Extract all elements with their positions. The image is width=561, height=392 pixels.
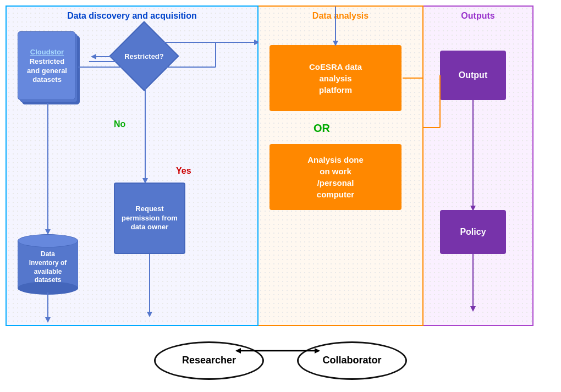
panel-analysis-title: Data analysis <box>258 7 422 25</box>
coesra-box: CoESRA dataanalysisplatform <box>270 45 402 111</box>
policy-box: Policy <box>440 210 506 254</box>
output-box: Output <box>440 51 506 100</box>
panel-discovery: Data discovery and acquisition Cloudstor… <box>6 5 258 326</box>
cloudstor-stack: Cloudstor Restrictedand generaldatasets <box>18 31 78 103</box>
bottom-arrows <box>6 326 556 387</box>
svg-marker-27 <box>470 306 476 312</box>
diamond-container: Restricted? <box>111 31 177 81</box>
cloudstor-label: Cloudstor <box>30 48 64 57</box>
cloudstor-sublabel: Restrictedand generaldatasets <box>27 57 67 85</box>
svg-marker-15 <box>147 312 152 317</box>
svg-marker-17 <box>91 54 96 59</box>
researcher-label: Researcher <box>182 355 236 366</box>
bottom-section: Researcher Collaborator <box>6 326 556 387</box>
collaborator-label: Collaborator <box>322 355 381 366</box>
or-label: OR <box>314 122 330 135</box>
analysis-done-box: Analysis doneon work/personalcomputer <box>270 144 402 210</box>
diamond-label: Restricted? <box>111 31 177 81</box>
doc-card-front: Cloudstor Restrictedand generaldatasets <box>18 31 75 100</box>
request-permission-box: Request permission from data owner <box>114 183 185 254</box>
cylinder-text: DataInventory ofavailabledatasets <box>18 244 78 291</box>
collaborator-ellipse: Collaborator <box>297 341 407 380</box>
svg-marker-3 <box>45 317 51 323</box>
cylinder: DataInventory ofavailabledatasets <box>18 234 78 295</box>
main-container: Data discovery and acquisition Cloudstor… <box>6 5 556 387</box>
cloudstor-text: Cloudstor Restrictedand generaldatasets <box>18 32 76 101</box>
yes-label: Yes <box>176 166 191 176</box>
panel-outputs: Outputs Output Policy <box>424 5 534 326</box>
panels: Data discovery and acquisition Cloudstor… <box>6 5 556 326</box>
panel-discovery-title: Data discovery and acquisition <box>7 7 257 25</box>
panel-analysis: Data analysis CoESRA dataanalysisplatfor… <box>258 5 424 326</box>
no-label: No <box>114 119 125 129</box>
panel-outputs-title: Outputs <box>424 7 532 25</box>
researcher-ellipse: Researcher <box>154 341 264 380</box>
